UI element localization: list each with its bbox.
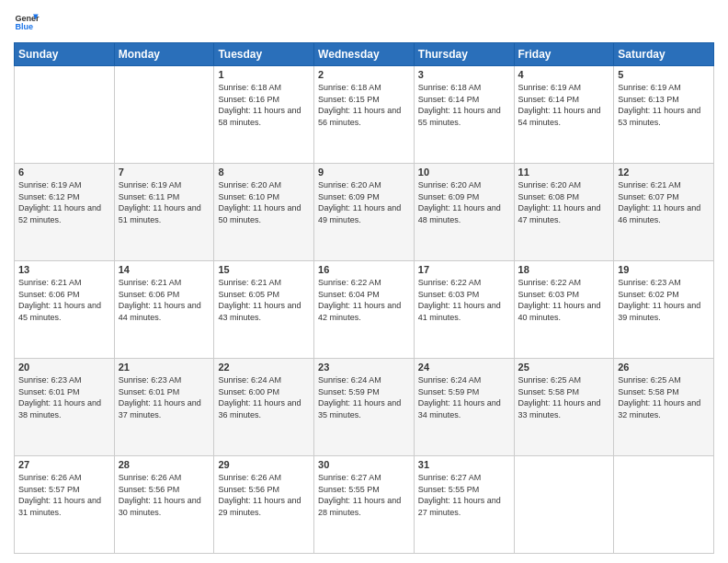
calendar-cell: 20Sunrise: 6:23 AM Sunset: 6:01 PM Dayli…: [15, 359, 115, 456]
day-number: 31: [418, 459, 510, 470]
day-number: 19: [618, 264, 710, 275]
day-number: 27: [18, 459, 110, 470]
cell-info: Sunrise: 6:19 AM Sunset: 6:14 PM Dayligh…: [518, 82, 610, 128]
day-number: 2: [318, 69, 410, 80]
calendar-cell: [614, 456, 714, 554]
calendar-cell: 2Sunrise: 6:18 AM Sunset: 6:15 PM Daylig…: [314, 66, 415, 164]
logo: General Blue: [14, 9, 43, 35]
day-number: 24: [418, 362, 510, 373]
day-number: 12: [618, 167, 710, 178]
cell-info: Sunrise: 6:25 AM Sunset: 5:58 PM Dayligh…: [518, 374, 610, 420]
calendar-week-row: 13Sunrise: 6:21 AM Sunset: 6:06 PM Dayli…: [15, 261, 714, 359]
calendar-week-row: 1Sunrise: 6:18 AM Sunset: 6:16 PM Daylig…: [15, 66, 714, 164]
cell-info: Sunrise: 6:18 AM Sunset: 6:16 PM Dayligh…: [218, 82, 310, 128]
calendar-cell: 26Sunrise: 6:25 AM Sunset: 5:58 PM Dayli…: [614, 359, 714, 456]
calendar-cell: 18Sunrise: 6:22 AM Sunset: 6:03 PM Dayli…: [514, 261, 614, 359]
day-number: 26: [618, 362, 710, 373]
calendar-cell: 3Sunrise: 6:18 AM Sunset: 6:14 PM Daylig…: [414, 66, 514, 164]
day-number: 6: [18, 167, 110, 178]
cell-info: Sunrise: 6:26 AM Sunset: 5:56 PM Dayligh…: [218, 472, 310, 518]
day-number: 4: [518, 69, 610, 80]
calendar-cell: 22Sunrise: 6:24 AM Sunset: 6:00 PM Dayli…: [214, 359, 314, 456]
cell-info: Sunrise: 6:19 AM Sunset: 6:11 PM Dayligh…: [119, 179, 210, 225]
calendar-cell: 13Sunrise: 6:21 AM Sunset: 6:06 PM Dayli…: [15, 261, 115, 359]
cell-info: Sunrise: 6:22 AM Sunset: 6:03 PM Dayligh…: [518, 277, 610, 323]
day-number: 11: [518, 167, 610, 178]
day-number: 29: [218, 459, 310, 470]
calendar-cell: 23Sunrise: 6:24 AM Sunset: 5:59 PM Dayli…: [314, 359, 415, 456]
cell-info: Sunrise: 6:21 AM Sunset: 6:06 PM Dayligh…: [18, 277, 110, 323]
calendar-cell: 29Sunrise: 6:26 AM Sunset: 5:56 PM Dayli…: [214, 456, 314, 554]
day-number: 21: [119, 362, 210, 373]
svg-text:Blue: Blue: [15, 22, 33, 31]
day-number: 28: [119, 459, 210, 470]
cell-info: Sunrise: 6:18 AM Sunset: 6:15 PM Dayligh…: [318, 82, 410, 128]
logo-icon: General Blue: [14, 9, 40, 35]
cell-info: Sunrise: 6:20 AM Sunset: 6:09 PM Dayligh…: [318, 179, 410, 225]
cell-info: Sunrise: 6:26 AM Sunset: 5:56 PM Dayligh…: [119, 472, 210, 518]
day-number: 22: [218, 362, 310, 373]
day-header-thursday: Thursday: [414, 43, 514, 66]
day-number: 3: [418, 69, 510, 80]
day-number: 7: [119, 167, 210, 178]
day-number: 5: [618, 69, 710, 80]
calendar-cell: 14Sunrise: 6:21 AM Sunset: 6:06 PM Dayli…: [114, 261, 214, 359]
cell-info: Sunrise: 6:27 AM Sunset: 5:55 PM Dayligh…: [318, 472, 410, 518]
calendar-cell: 5Sunrise: 6:19 AM Sunset: 6:13 PM Daylig…: [614, 66, 714, 164]
calendar-cell: 15Sunrise: 6:21 AM Sunset: 6:05 PM Dayli…: [214, 261, 314, 359]
calendar-cell: 31Sunrise: 6:27 AM Sunset: 5:55 PM Dayli…: [414, 456, 514, 554]
day-number: 17: [418, 264, 510, 275]
day-number: 13: [18, 264, 110, 275]
cell-info: Sunrise: 6:20 AM Sunset: 6:09 PM Dayligh…: [418, 179, 510, 225]
day-number: 14: [119, 264, 210, 275]
day-number: 8: [218, 167, 310, 178]
cell-info: Sunrise: 6:24 AM Sunset: 5:59 PM Dayligh…: [418, 374, 510, 420]
day-header-sunday: Sunday: [15, 43, 115, 66]
calendar-table: SundayMondayTuesdayWednesdayThursdayFrid…: [14, 42, 714, 554]
cell-info: Sunrise: 6:22 AM Sunset: 6:03 PM Dayligh…: [418, 277, 510, 323]
calendar-cell: 1Sunrise: 6:18 AM Sunset: 6:16 PM Daylig…: [214, 66, 314, 164]
cell-info: Sunrise: 6:22 AM Sunset: 6:04 PM Dayligh…: [318, 277, 410, 323]
cell-info: Sunrise: 6:23 AM Sunset: 6:01 PM Dayligh…: [18, 374, 110, 420]
calendar-cell: [15, 66, 115, 164]
cell-info: Sunrise: 6:23 AM Sunset: 6:01 PM Dayligh…: [119, 374, 210, 420]
day-number: 18: [518, 264, 610, 275]
day-header-saturday: Saturday: [614, 43, 714, 66]
calendar-cell: 11Sunrise: 6:20 AM Sunset: 6:08 PM Dayli…: [514, 164, 614, 261]
calendar-cell: 7Sunrise: 6:19 AM Sunset: 6:11 PM Daylig…: [114, 164, 214, 261]
calendar-cell: 10Sunrise: 6:20 AM Sunset: 6:09 PM Dayli…: [414, 164, 514, 261]
calendar-cell: 21Sunrise: 6:23 AM Sunset: 6:01 PM Dayli…: [114, 359, 214, 456]
cell-info: Sunrise: 6:23 AM Sunset: 6:02 PM Dayligh…: [618, 277, 710, 323]
calendar-cell: 27Sunrise: 6:26 AM Sunset: 5:57 PM Dayli…: [15, 456, 115, 554]
day-number: 15: [218, 264, 310, 275]
cell-info: Sunrise: 6:24 AM Sunset: 6:00 PM Dayligh…: [218, 374, 310, 420]
calendar-cell: 19Sunrise: 6:23 AM Sunset: 6:02 PM Dayli…: [614, 261, 714, 359]
cell-info: Sunrise: 6:26 AM Sunset: 5:57 PM Dayligh…: [18, 472, 110, 518]
calendar-week-row: 20Sunrise: 6:23 AM Sunset: 6:01 PM Dayli…: [15, 359, 714, 456]
day-number: 25: [518, 362, 610, 373]
calendar-week-row: 27Sunrise: 6:26 AM Sunset: 5:57 PM Dayli…: [15, 456, 714, 554]
cell-info: Sunrise: 6:21 AM Sunset: 6:06 PM Dayligh…: [119, 277, 210, 323]
day-number: 10: [418, 167, 510, 178]
cell-info: Sunrise: 6:19 AM Sunset: 6:12 PM Dayligh…: [18, 179, 110, 225]
cell-info: Sunrise: 6:21 AM Sunset: 6:05 PM Dayligh…: [218, 277, 310, 323]
cell-info: Sunrise: 6:19 AM Sunset: 6:13 PM Dayligh…: [618, 82, 710, 128]
cell-info: Sunrise: 6:25 AM Sunset: 5:58 PM Dayligh…: [618, 374, 710, 420]
calendar-cell: 6Sunrise: 6:19 AM Sunset: 6:12 PM Daylig…: [15, 164, 115, 261]
day-header-monday: Monday: [114, 43, 214, 66]
calendar-cell: 16Sunrise: 6:22 AM Sunset: 6:04 PM Dayli…: [314, 261, 415, 359]
cell-info: Sunrise: 6:20 AM Sunset: 6:10 PM Dayligh…: [218, 179, 310, 225]
calendar-cell: 24Sunrise: 6:24 AM Sunset: 5:59 PM Dayli…: [414, 359, 514, 456]
header: General Blue: [14, 9, 714, 35]
day-header-wednesday: Wednesday: [314, 43, 415, 66]
calendar-cell: 28Sunrise: 6:26 AM Sunset: 5:56 PM Dayli…: [114, 456, 214, 554]
calendar-cell: 4Sunrise: 6:19 AM Sunset: 6:14 PM Daylig…: [514, 66, 614, 164]
calendar-week-row: 6Sunrise: 6:19 AM Sunset: 6:12 PM Daylig…: [15, 164, 714, 261]
cell-info: Sunrise: 6:27 AM Sunset: 5:55 PM Dayligh…: [418, 472, 510, 518]
day-header-friday: Friday: [514, 43, 614, 66]
calendar-cell: 12Sunrise: 6:21 AM Sunset: 6:07 PM Dayli…: [614, 164, 714, 261]
calendar-cell: 25Sunrise: 6:25 AM Sunset: 5:58 PM Dayli…: [514, 359, 614, 456]
day-number: 9: [318, 167, 410, 178]
day-number: 16: [318, 264, 410, 275]
day-number: 20: [18, 362, 110, 373]
